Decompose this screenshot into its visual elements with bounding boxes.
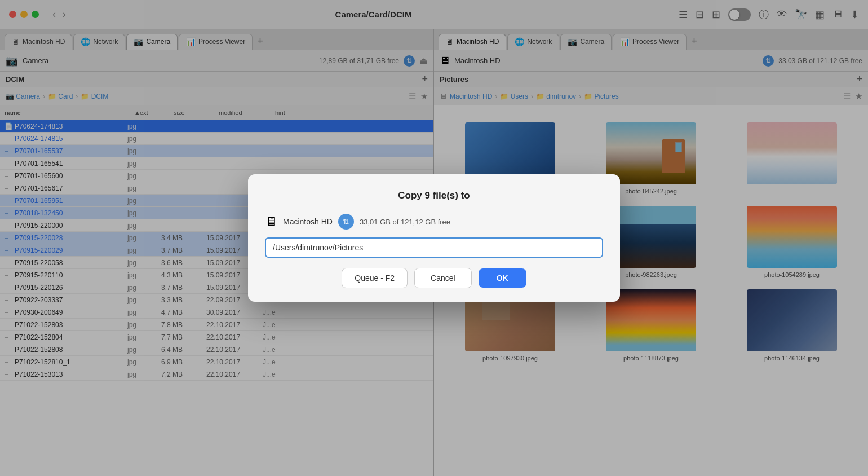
dialog-disk-icon: 🖥 xyxy=(265,214,277,229)
dropdown-chevron-icon: ⇅ xyxy=(343,217,349,226)
cancel-button[interactable]: Cancel xyxy=(414,268,472,288)
disk-dropdown-button[interactable]: ⇅ xyxy=(338,214,354,230)
dialog-buttons: Queue - F2 Cancel OK xyxy=(265,268,603,288)
copy-dialog: Copy 9 file(s) to 🖥 Macintosh HD ⇅ 33,01… xyxy=(248,174,620,302)
dialog-title: Copy 9 file(s) to xyxy=(265,190,603,201)
dialog-overlay: Copy 9 file(s) to 🖥 Macintosh HD ⇅ 33,01… xyxy=(0,0,868,476)
ok-button[interactable]: OK xyxy=(479,268,526,288)
dialog-disk-row: 🖥 Macintosh HD ⇅ 33,01 GB of 121,12 GB f… xyxy=(265,214,603,230)
dialog-disk-name: Macintosh HD xyxy=(283,217,333,226)
dialog-disk-space: 33,01 GB of 121,12 GB free xyxy=(360,218,450,226)
destination-path-input[interactable] xyxy=(265,237,603,258)
queue-button[interactable]: Queue - F2 xyxy=(342,268,408,288)
